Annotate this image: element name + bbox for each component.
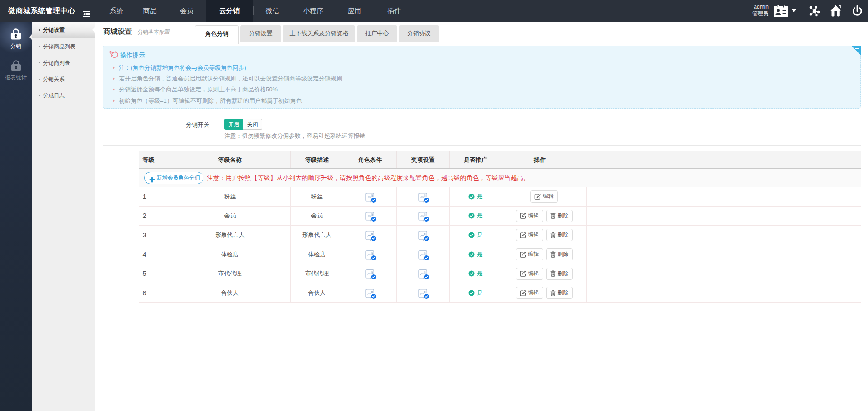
roles-table: 等级 等级名称 等级描述 角色条件 奖项设置 是否推广 操作 [139, 151, 861, 303]
top-nav-item[interactable]: 小程序 [292, 0, 335, 22]
edit-icon [534, 194, 541, 200]
caret-down-icon[interactable] [792, 9, 796, 14]
top-nav: 系统 商品 会员 云分销 微信 小程序 应用 插件 [101, 0, 415, 22]
edit-label: 编辑 [528, 289, 539, 297]
table-row: 6 合伙人 合伙人 [139, 283, 861, 303]
edit-icon [520, 290, 526, 296]
topbar-divider [803, 0, 803, 22]
form-divider [103, 145, 861, 146]
sidebar-item-distribution[interactable]: 分销 [0, 28, 32, 50]
edit-button[interactable]: 编辑 [516, 229, 543, 241]
submenu-item[interactable]: 分成日志 [32, 87, 95, 104]
top-nav-item[interactable]: 云分销 [206, 0, 253, 22]
switch-off-button[interactable]: 关闭 [243, 119, 262, 130]
chart-edit-check-icon[interactable] [365, 192, 377, 203]
content: 商城设置 分销基本配置 角色分销 分销设置 上下线关系及分销资格 推广中心 分销… [95, 22, 868, 411]
cell-actions: 编辑 删除 [502, 245, 587, 264]
hand-pointer-icon [109, 49, 119, 62]
edit-button[interactable]: 编辑 [516, 210, 543, 222]
submenu-item[interactable]: 分销关系 [32, 71, 95, 87]
delete-button[interactable]: 删除 [546, 229, 573, 241]
delete-label: 删除 [558, 250, 569, 258]
submenu-item[interactable]: 分销商品列表 [32, 38, 95, 55]
delete-button[interactable]: 删除 [546, 248, 573, 260]
submenu-item[interactable]: 分销设置 [32, 22, 95, 38]
switch-note: 注意：切勿频繁修改分佣参数，容易引起系统运算报错 [224, 132, 365, 140]
notice-box: 操作提示 注：(角色分销新增角色将会与会员等级角色同步) 若开启角色分销，普通会… [103, 46, 861, 109]
collapse-menu-icon[interactable] [83, 10, 90, 16]
user-role: 管理员 [752, 10, 769, 17]
sidebar-item-reports[interactable]: 报表统计 [0, 60, 32, 81]
table-row: 5 市代代理 市代代理 [139, 264, 861, 283]
delete-button[interactable]: 删除 [546, 210, 573, 222]
icon-sidebar: 分销 报表统计 [0, 22, 32, 411]
edit-button[interactable]: 编辑 [516, 287, 543, 299]
check-circle-icon [468, 290, 475, 296]
cell-level: 6 [139, 283, 170, 302]
cell-actions: 编辑 删除 [502, 264, 587, 283]
add-role-button[interactable]: 新增会员角色分佣 [144, 172, 203, 184]
cell-blank [587, 283, 861, 302]
cell-name: 形象代言人 [170, 226, 291, 245]
edit-button[interactable]: 编辑 [516, 268, 543, 280]
lock-icon [10, 28, 21, 40]
cell-actions: 编辑 删除 [502, 226, 587, 245]
check-circle-icon [468, 270, 475, 277]
chart-edit-check-icon[interactable] [418, 269, 429, 280]
chart-edit-check-icon[interactable] [418, 250, 429, 261]
cell-name: 会员 [170, 207, 291, 226]
trash-icon [550, 290, 556, 296]
top-nav-item[interactable]: 系统 [101, 0, 132, 22]
tab[interactable]: 分销设置 [240, 25, 281, 42]
distribution-switch: 开启 关闭 [224, 119, 262, 130]
tab[interactable]: 分销协议 [399, 25, 439, 42]
edit-icon [520, 251, 526, 258]
chart-edit-check-icon[interactable] [418, 288, 429, 299]
id-card-icon[interactable] [774, 5, 788, 19]
delete-button[interactable]: 删除 [546, 287, 573, 299]
top-nav-item[interactable]: 插件 [374, 0, 415, 22]
top-nav-item[interactable]: 应用 [335, 0, 374, 22]
cell-blank [587, 207, 861, 226]
promote-yes: 是 [477, 269, 483, 278]
chart-edit-check-icon[interactable] [365, 211, 377, 222]
check-circle-icon [468, 213, 475, 219]
promote-yes: 是 [477, 289, 483, 297]
chart-edit-check-icon[interactable] [365, 250, 377, 261]
power-icon[interactable] [852, 5, 863, 18]
top-nav-item[interactable]: 微信 [253, 0, 292, 22]
delete-button[interactable]: 删除 [546, 268, 573, 280]
switch-on-button[interactable]: 开启 [224, 119, 243, 130]
topbar: 微商城系统管理中心 系统 商品 会员 云分销 微信 小程序 [0, 0, 868, 22]
chart-edit-check-icon[interactable] [365, 269, 377, 280]
table-header: 等级 等级名称 等级描述 角色条件 奖项设置 是否推广 操作 [139, 151, 861, 169]
submenu-item[interactable]: 分销商列表 [32, 55, 95, 71]
chart-edit-check-icon[interactable] [365, 231, 377, 241]
tab[interactable]: 推广中心 [357, 25, 397, 42]
promote-yes: 是 [477, 212, 483, 220]
edit-button[interactable]: 编辑 [516, 248, 543, 260]
check-circle-icon [468, 194, 475, 200]
cell-prize-setting [397, 283, 450, 302]
cell-name: 合伙人 [170, 283, 291, 302]
chart-edit-check-icon[interactable] [418, 211, 429, 222]
network-icon[interactable] [809, 6, 820, 19]
delete-label: 删除 [558, 270, 569, 278]
notice-collapse-button[interactable] [851, 46, 861, 55]
delete-label: 删除 [558, 289, 569, 297]
chart-edit-check-icon[interactable] [418, 231, 429, 241]
user-info[interactable]: admin 管理员 [752, 4, 769, 17]
cell-desc: 市代代理 [291, 264, 344, 283]
top-nav-item[interactable]: 商品 [132, 0, 168, 22]
top-nav-item[interactable]: 会员 [168, 0, 206, 22]
sidebar-item-label: 分销 [0, 43, 32, 50]
tab[interactable]: 上下线关系及分销资格 [283, 25, 355, 42]
home-icon[interactable] [830, 5, 841, 19]
tab[interactable]: 角色分销 [195, 25, 239, 44]
chart-edit-check-icon[interactable] [365, 288, 377, 299]
edit-label: 编辑 [543, 193, 554, 200]
edit-button[interactable]: 编辑 [530, 190, 558, 203]
chart-edit-check-icon[interactable] [418, 192, 429, 203]
promote-yes: 是 [477, 231, 483, 239]
cell-blank [587, 245, 861, 264]
